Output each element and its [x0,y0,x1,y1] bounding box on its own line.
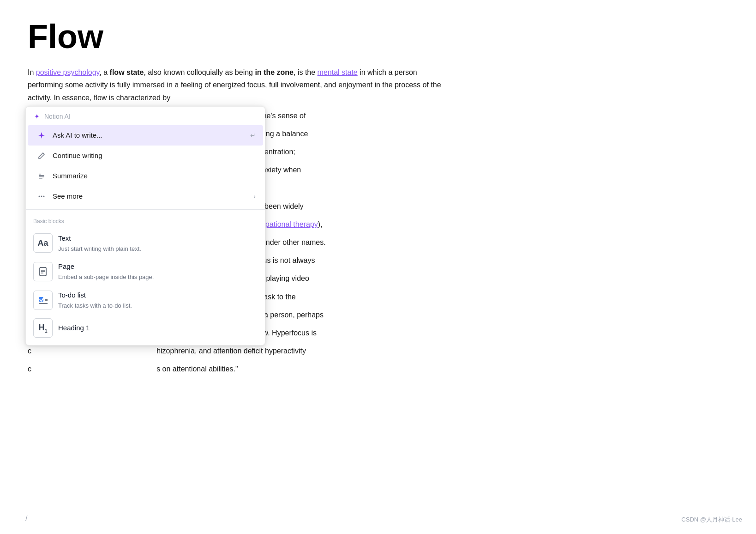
continue-writing-item[interactable]: Continue writing [28,146,263,166]
svg-point-5 [41,196,42,197]
ask-ai-sparkle-icon [35,129,48,142]
text-block-desc: Just start writing with plain text. [58,244,141,254]
positive-psychology-link[interactable]: positive psychology [36,68,100,76]
section-divider [26,209,265,210]
page-block-title: Page [58,261,154,272]
todo-block-item[interactable]: To-do list Track tasks with a to-do list… [28,286,263,315]
see-more-label: See more [53,191,83,202]
svg-point-6 [43,196,45,197]
todo-block-icon [33,291,53,310]
svg-rect-3 [39,178,42,179]
summarize-item[interactable]: Summarize [28,166,263,186]
see-more-item[interactable]: See more › [28,186,263,206]
ask-ai-shortcut: ↵ [250,130,256,140]
summarize-label: Summarize [53,170,88,182]
slash-command-dropdown: ✦ Notion AI Ask AI to write... ↵ Continu… [25,106,265,346]
heading1-block-info: Heading 1 [58,322,90,334]
slash-indicator: / [25,513,27,525]
summarize-icon [35,170,48,182]
text-block-info: Text Just start writing with plain text. [58,233,141,254]
todo-block-desc: Track tasks with a to-do list. [58,301,132,311]
ask-ai-label: Ask AI to write... [53,130,102,141]
pencil-icon [35,149,48,162]
see-more-arrow-icon: › [253,191,256,201]
notion-ai-sparkle-icon: ✦ [33,113,41,120]
todo-block-title: To-do list [58,290,132,301]
page-block-info: Page Embed a sub-page inside this page. [58,261,154,282]
page-block-icon [33,262,53,281]
page-title: Flow [28,18,728,55]
svg-rect-1 [39,175,44,176]
page-block-desc: Embed a sub-page inside this page. [58,273,154,282]
continue-writing-label: Continue writing [53,150,102,161]
text-block-title: Text [58,233,141,244]
page-block-item[interactable]: Page Embed a sub-page inside this page. [28,257,263,286]
heading1-block-item[interactable]: H1 Heading 1 [28,315,263,341]
mental-state-link[interactable]: mental state [318,68,358,76]
heading1-block-title: Heading 1 [58,322,90,334]
text-block-item[interactable]: Aa Text Just start writing with plain te… [28,229,263,258]
dropdown-header-label: Notion AI [44,111,71,121]
svg-rect-2 [39,176,44,177]
text-block-icon: Aa [33,233,53,253]
dropdown-header: ✦ Notion AI [26,107,265,125]
todo-block-info: To-do list Track tasks with a to-do list… [58,290,132,311]
heading1-block-icon: H1 [33,318,53,338]
basic-blocks-label: Basic blocks [26,212,265,229]
ask-ai-item[interactable]: Ask AI to write... ↵ [28,125,263,146]
watermark: CSDN @人月神话-Lee [681,515,742,525]
dots-icon [35,190,48,203]
svg-rect-0 [39,174,41,175]
svg-point-4 [39,196,40,197]
